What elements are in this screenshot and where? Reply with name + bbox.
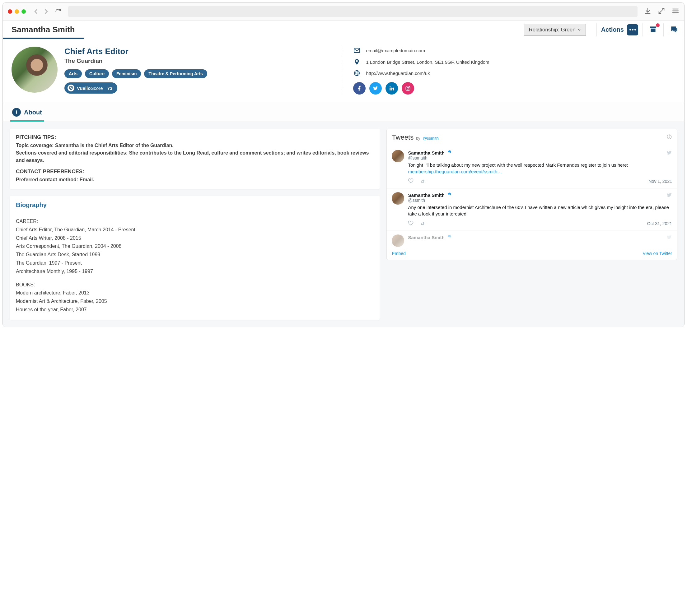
tweet-avatar <box>392 150 404 162</box>
like-icon[interactable] <box>408 220 413 227</box>
embed-link[interactable]: Embed <box>392 251 405 256</box>
book-line: Modern architecture, Faber, 2013 <box>16 289 373 297</box>
vuelio-score-badge: VuelioScore 73 <box>64 82 117 94</box>
share-icon[interactable] <box>420 220 426 227</box>
contact-address-row: 1 London Bridge Street, London, SE1 9GF,… <box>353 59 676 65</box>
info-circle-icon[interactable] <box>666 134 672 141</box>
svg-point-18 <box>669 136 670 136</box>
verified-badge-icon <box>447 193 452 198</box>
tweets-widget: Tweets by @ssmith Samantha Smith <box>386 129 678 260</box>
career-line: Chief Arts Writer, 2008 - 2015 <box>16 235 373 242</box>
tweet-item[interactable]: Samantha Smith @ssmaith Tonight I'll be … <box>387 146 677 188</box>
topic-tag[interactable]: Culture <box>85 69 109 78</box>
contact-email-row: email@exampledomain.com <box>353 47 676 54</box>
download-icon[interactable] <box>644 7 651 16</box>
relationship-label: Relationship: Green <box>529 27 575 33</box>
window-maximize-button[interactable] <box>21 9 26 14</box>
browser-toolbar <box>3 3 684 21</box>
tweet-item[interactable]: Samantha Smith @ssmith Any one intersete… <box>387 188 677 230</box>
instagram-icon <box>405 86 411 91</box>
contact-email[interactable]: email@exampledomain.com <box>366 48 425 53</box>
profile-avatar <box>12 47 58 93</box>
contact-pref-title: CONTACT PREFERENCES: <box>16 169 373 175</box>
notification-dot <box>656 23 660 27</box>
job-title: Chief Arts Editor <box>64 47 334 56</box>
chat-button[interactable] <box>668 23 680 36</box>
outlet-name: The Guardian <box>64 58 334 64</box>
about-tab-label: About <box>24 109 42 116</box>
career-heading: CAREER: <box>16 218 373 225</box>
tweets-title: Tweets <box>392 133 413 141</box>
biography-card: Biography CAREER: Chief Arts Editor, The… <box>9 196 380 320</box>
svg-line-0 <box>662 8 664 10</box>
career-line: Arts Correspondent, The Guardian, 2004 -… <box>16 243 373 250</box>
contact-name-tab[interactable]: Samantha Smith <box>3 21 84 39</box>
window-minimize-button[interactable] <box>15 9 19 14</box>
like-icon[interactable] <box>408 178 413 184</box>
twitter-bird-icon <box>666 192 672 199</box>
twitter-bird-icon <box>666 235 672 241</box>
twitter-button[interactable] <box>369 82 382 94</box>
facebook-icon <box>357 86 362 91</box>
facebook-button[interactable] <box>353 82 366 94</box>
info-icon: i <box>12 108 21 117</box>
linkedin-button[interactable] <box>386 82 398 94</box>
menu-icon[interactable] <box>672 7 679 16</box>
contact-website-row: http://www.theguardian.com/uk <box>353 70 676 76</box>
books-heading: BOOKS: <box>16 281 373 289</box>
svg-line-1 <box>659 11 661 14</box>
nav-reload-button[interactable] <box>55 8 61 15</box>
tweet-item[interactable]: Samantha Smith <box>387 230 677 247</box>
verified-badge-icon <box>447 150 452 155</box>
instagram-button[interactable] <box>402 82 414 94</box>
actions-label: Actions <box>601 26 624 33</box>
contact-website[interactable]: http://www.theguardian.com/uk <box>366 71 430 76</box>
nav-back-button[interactable] <box>33 8 40 15</box>
pitching-tips-title: PITCHING TIPS: <box>16 134 373 140</box>
about-tab[interactable]: i About <box>10 105 44 122</box>
more-dots-icon <box>629 29 636 30</box>
topic-tag[interactable]: Theatre & Performing Arts <box>144 69 207 78</box>
nav-forward-button[interactable] <box>43 8 49 15</box>
expand-icon[interactable] <box>658 7 665 16</box>
shield-icon <box>67 85 74 91</box>
tweet-avatar <box>392 235 404 247</box>
tweet-avatar <box>392 192 404 205</box>
topic-tags: Arts Culture Feminism Theatre & Performi… <box>64 69 334 78</box>
location-icon <box>353 59 361 65</box>
globe-icon <box>353 70 361 76</box>
tweet-link[interactable]: membership.theguardian.com/event/ssmith… <box>408 169 502 174</box>
topic-tag[interactable]: Arts <box>64 69 82 78</box>
archive-button[interactable] <box>647 23 659 36</box>
email-icon <box>353 47 361 54</box>
career-line: Chief Arts Editor, The Guardian, March 2… <box>16 226 373 234</box>
svg-rect-11 <box>390 88 390 90</box>
svg-rect-6 <box>650 28 655 32</box>
url-bar[interactable] <box>68 6 638 17</box>
svg-point-12 <box>390 86 390 87</box>
view-on-twitter-link[interactable]: View on Twitter <box>643 251 672 256</box>
actions-menu-button[interactable] <box>627 24 638 36</box>
pitching-tips-card: PITCHING TIPS: Topic coverage: Samantha … <box>9 129 380 189</box>
career-line: Architechture Monthly, 1995 - 1997 <box>16 268 373 276</box>
twitter-bird-icon <box>666 150 672 156</box>
share-icon[interactable] <box>420 178 426 184</box>
chevron-down-icon <box>578 28 581 32</box>
biography-title: Biography <box>16 201 373 212</box>
tweets-handle[interactable]: @ssmith <box>423 136 439 140</box>
svg-point-14 <box>407 87 409 89</box>
career-line: The Guardian, 1997 - Present <box>16 259 373 267</box>
book-line: Houses of the year, Faber, 2007 <box>16 306 373 314</box>
linkedin-icon <box>389 86 394 91</box>
verified-badge-icon <box>447 235 452 240</box>
twitter-icon <box>373 86 378 91</box>
svg-point-15 <box>409 87 409 87</box>
relationship-dropdown[interactable]: Relationship: Green <box>524 24 585 36</box>
career-line: The Guardian Arts Desk, Started 1999 <box>16 251 373 259</box>
topic-tag[interactable]: Feminism <box>112 69 141 78</box>
book-line: Modernist Art & Architecture, Faber, 200… <box>16 298 373 305</box>
contact-address: 1 London Bridge Street, London, SE1 9GF,… <box>366 59 489 65</box>
svg-rect-5 <box>650 26 656 28</box>
window-close-button[interactable] <box>8 9 12 14</box>
